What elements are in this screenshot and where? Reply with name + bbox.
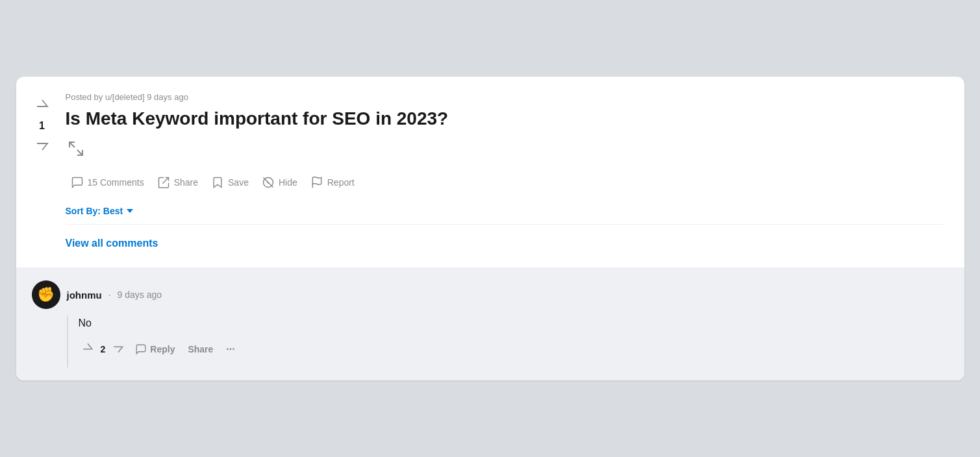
sort-bar: Sort By: Best bbox=[66, 203, 944, 219]
comment-body-wrap: No 2 bbox=[67, 315, 949, 367]
save-button[interactable]: Save bbox=[206, 172, 254, 193]
comment-body: No 2 bbox=[79, 315, 949, 367]
comment-actions: 2 Reply Share bbox=[79, 339, 949, 359]
avatar-icon: ✊ bbox=[37, 288, 55, 302]
more-icon: ··· bbox=[226, 343, 234, 354]
sort-label: Sort By: Best bbox=[66, 206, 123, 216]
report-button[interactable]: Report bbox=[305, 172, 360, 193]
comment-downvote-icon bbox=[112, 341, 125, 354]
comment-share-button[interactable]: Share bbox=[182, 341, 218, 357]
comment-upvote-button[interactable] bbox=[79, 339, 97, 359]
expand-icon bbox=[66, 138, 86, 159]
action-bar: 15 Comments Share Save bbox=[66, 172, 944, 193]
comments-label: 15 Comments bbox=[88, 177, 144, 188]
save-label: Save bbox=[228, 177, 249, 188]
svg-line-0 bbox=[69, 142, 75, 147]
post-section: 1 Posted by u/[deleted] 9 days ago Is Me… bbox=[16, 77, 964, 267]
upvote-button[interactable] bbox=[32, 95, 53, 117]
comment-share-label: Share bbox=[188, 344, 213, 354]
comments-icon bbox=[71, 176, 84, 189]
comment-text: No bbox=[79, 315, 949, 331]
share-label: Share bbox=[174, 177, 198, 188]
reply-button[interactable]: Reply bbox=[130, 341, 180, 358]
thread-line bbox=[67, 315, 68, 367]
post-card: 1 Posted by u/[deleted] 9 days ago Is Me… bbox=[16, 77, 964, 380]
vote-column: 1 bbox=[29, 92, 55, 254]
comments-button[interactable]: 15 Comments bbox=[66, 172, 149, 193]
svg-line-1 bbox=[77, 150, 82, 155]
divider bbox=[66, 224, 944, 225]
sort-button[interactable]: Sort By: Best bbox=[66, 203, 134, 219]
expand-icon-area bbox=[66, 138, 944, 162]
comment-separator: · bbox=[108, 290, 111, 300]
comment-vote-count: 2 bbox=[101, 344, 106, 354]
reply-label: Reply bbox=[150, 344, 175, 354]
downvote-button[interactable] bbox=[32, 134, 53, 157]
share-icon bbox=[157, 176, 170, 189]
vote-count: 1 bbox=[39, 120, 45, 132]
reply-icon bbox=[135, 343, 147, 355]
avatar: ✊ bbox=[32, 280, 60, 309]
share-button[interactable]: Share bbox=[152, 172, 203, 193]
post-title: Is Meta Keyword important for SEO in 202… bbox=[66, 107, 944, 130]
report-label: Report bbox=[327, 177, 355, 188]
chevron-down-icon bbox=[127, 209, 133, 213]
comment-header: ✊ johnmu · 9 days ago bbox=[32, 280, 949, 309]
comment-downvote-button[interactable] bbox=[109, 339, 127, 359]
comment-author: johnmu bbox=[67, 290, 102, 301]
post-content: Posted by u/[deleted] 9 days ago Is Meta… bbox=[66, 92, 944, 254]
comment-time: 9 days ago bbox=[118, 290, 162, 300]
view-all-comments-button[interactable]: View all comments bbox=[66, 235, 158, 252]
report-icon bbox=[310, 176, 323, 189]
hide-button[interactable]: Hide bbox=[257, 172, 303, 193]
save-icon bbox=[211, 176, 224, 189]
post-meta: Posted by u/[deleted] 9 days ago bbox=[66, 92, 944, 102]
comment-upvote-icon bbox=[81, 341, 94, 354]
more-button[interactable]: ··· bbox=[221, 341, 240, 358]
hide-label: Hide bbox=[279, 177, 297, 188]
comment-section: ✊ johnmu · 9 days ago No 2 bbox=[16, 267, 964, 380]
hide-icon bbox=[262, 176, 275, 189]
